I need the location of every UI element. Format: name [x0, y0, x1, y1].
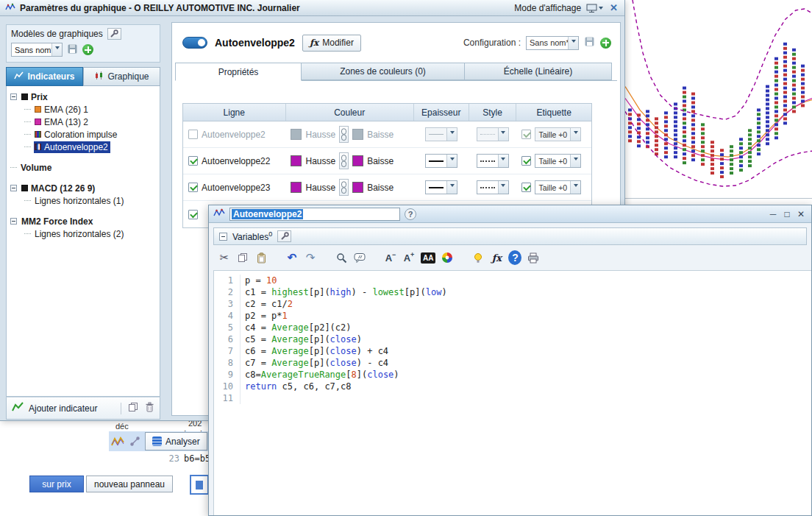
copy-icon[interactable]: [128, 402, 138, 414]
tree-item-ema-13-2[interactable]: EMA (13) 2: [7, 116, 160, 128]
collapse-toggle-icon[interactable]: [10, 93, 17, 100]
chevron-down-icon: [446, 128, 457, 141]
tree-item-lignes-horizontales-2[interactable]: Lignes horizontales (2): [7, 227, 160, 240]
maximize-icon[interactable]: □: [781, 209, 793, 219]
code-editor[interactable]: 1p = 102c1 = highest[p](high) - lowest[p…: [213, 270, 811, 515]
line-visibility-checkbox[interactable]: [188, 156, 198, 166]
label-size-select[interactable]: Taille +0: [535, 127, 581, 141]
tab-graphique[interactable]: Graphique: [83, 67, 160, 86]
baisse-color-swatch[interactable]: [352, 155, 363, 166]
name-help-icon[interactable]: ?: [405, 208, 416, 220]
hausse-color-swatch[interactable]: [291, 155, 302, 166]
print-button[interactable]: [527, 250, 540, 265]
comment-button[interactable]: [353, 250, 366, 265]
delete-icon[interactable]: [145, 402, 154, 414]
redo-button[interactable]: ↷: [304, 250, 317, 265]
hausse-color-swatch[interactable]: [291, 182, 302, 193]
configuration-select[interactable]: Sans nom*: [526, 36, 579, 50]
column-header-etiquette: Etiquette: [516, 104, 591, 121]
line-name: Autoenveloppe22: [202, 156, 270, 166]
collapse-toggle-icon[interactable]: [10, 185, 17, 191]
indicator-header: Autoenveloppe2 ƒx Modifier Configuration…: [172, 23, 620, 55]
baisse-color-swatch[interactable]: [352, 182, 363, 193]
modify-button[interactable]: ƒx Modifier: [302, 35, 361, 52]
line-visibility-checkbox[interactable]: [188, 183, 198, 192]
copy-button[interactable]: [236, 250, 249, 265]
thickness-select[interactable]: [425, 127, 457, 141]
search-button[interactable]: [335, 250, 348, 265]
indicator-enabled-toggle[interactable]: [182, 37, 207, 49]
label-size-select[interactable]: Taille +0: [535, 154, 581, 168]
style-select[interactable]: [477, 154, 509, 168]
link-colors-icon[interactable]: [339, 152, 349, 169]
tab-zones-de-couleurs-0[interactable]: Zones de couleurs (0): [302, 63, 465, 80]
fx-button[interactable]: ƒx: [490, 250, 503, 265]
template-select[interactable]: Sans nom*: [11, 43, 63, 57]
font-color-button[interactable]: AA: [421, 252, 435, 264]
help-button[interactable]: ?: [508, 250, 521, 265]
link-nodes-icon[interactable]: [128, 434, 141, 449]
add-configuration-icon[interactable]: [600, 38, 611, 49]
hint-bulb-button[interactable]: [471, 250, 485, 265]
hausse-color-swatch[interactable]: [291, 129, 302, 140]
variables-section-header[interactable]: Variables0: [213, 227, 807, 245]
line-number: 8: [214, 357, 241, 369]
link-colors-icon[interactable]: [339, 126, 349, 143]
tree-item-ema-26-1[interactable]: EMA (26) 1: [7, 103, 160, 116]
minimize-icon[interactable]: ─: [767, 209, 779, 219]
dropdown-value: Taille +0: [535, 155, 570, 167]
style-select[interactable]: [477, 180, 509, 194]
collapse-toggle-icon[interactable]: [10, 218, 17, 225]
tree-item-coloration-impulse[interactable]: Coloration impulse: [7, 128, 160, 141]
label-checkbox[interactable]: [521, 156, 531, 166]
save-template-icon[interactable]: [67, 43, 78, 57]
font-decrease-button[interactable]: A−: [384, 250, 397, 265]
link-colors-icon[interactable]: [339, 179, 349, 196]
add-indicator-button[interactable]: Ajouter indicateur: [29, 403, 97, 414]
nouveau-panneau-button[interactable]: nouveau panneau: [86, 476, 173, 492]
fx-icon: ƒx: [310, 38, 318, 48]
font-increase-button[interactable]: A+: [402, 250, 416, 265]
thickness-select[interactable]: [425, 180, 457, 194]
display-mode-icon[interactable]: [586, 3, 603, 13]
wave-indicator-icon[interactable]: [111, 434, 124, 449]
close-icon[interactable]: ✕: [795, 209, 807, 219]
label-size-select[interactable]: Taille +0: [535, 180, 581, 194]
settings-titlebar[interactable]: Paramètres du graphique - O REILLY AUTOM…: [0, 0, 624, 16]
close-icon[interactable]: ✕: [608, 2, 619, 13]
price-chart[interactable]: [625, 0, 812, 199]
baisse-color-swatch[interactable]: [352, 129, 363, 140]
add-template-icon[interactable]: [82, 44, 93, 55]
cut-button[interactable]: ✂: [218, 250, 231, 265]
tree-item-macd-12-26-9[interactable]: MACD (12 26 9): [7, 182, 160, 194]
color-picker-button[interactable]: [441, 250, 454, 265]
tab-propri-t-s[interactable]: Propriétés: [175, 63, 302, 81]
save-configuration-icon[interactable]: [584, 36, 595, 49]
indicator-name-input[interactable]: Autoenveloppe2: [229, 208, 400, 221]
tab-chelle-lin-aire[interactable]: Échelle (Linéaire): [465, 63, 612, 80]
label-checkbox[interactable]: [521, 183, 531, 192]
paste-button[interactable]: [254, 250, 268, 265]
tree-item-content: Autoenveloppe2: [34, 141, 110, 153]
chart-icon: [94, 71, 104, 82]
editor-titlebar[interactable]: Autoenveloppe2 ? ─ □ ✕: [209, 205, 811, 223]
variables-settings-icon[interactable]: [277, 230, 291, 242]
tree-item-prix[interactable]: Prix: [7, 91, 160, 103]
wrench-icon[interactable]: [107, 28, 121, 40]
tree-item-lignes-horizontales-1[interactable]: Lignes horizontales (1): [7, 194, 160, 207]
sur-prix-button[interactable]: sur prix: [29, 476, 84, 492]
undo-button[interactable]: ↶: [285, 250, 299, 265]
line-visibility-checkbox[interactable]: [188, 210, 198, 219]
line-visibility-checkbox[interactable]: [188, 130, 198, 139]
collapse-icon[interactable]: [219, 233, 227, 241]
tab-indicateurs[interactable]: Indicateurs: [6, 67, 83, 86]
table-header-row: LigneCouleurEpaisseurStyleEtiquette: [183, 104, 591, 121]
label-checkbox[interactable]: [521, 130, 531, 139]
tree-item-mm2-force-index[interactable]: MM2 Force Index: [7, 215, 160, 227]
style-select[interactable]: [477, 127, 509, 141]
table-row: Autoenveloppe2HausseBaisseTaille +0: [183, 121, 591, 148]
tree-item-autoenveloppe2[interactable]: Autoenveloppe2: [7, 141, 160, 153]
thickness-select[interactable]: [425, 154, 457, 168]
analyser-button[interactable]: Analyser: [145, 432, 207, 450]
tree-item-volume[interactable]: Volume: [7, 161, 160, 174]
